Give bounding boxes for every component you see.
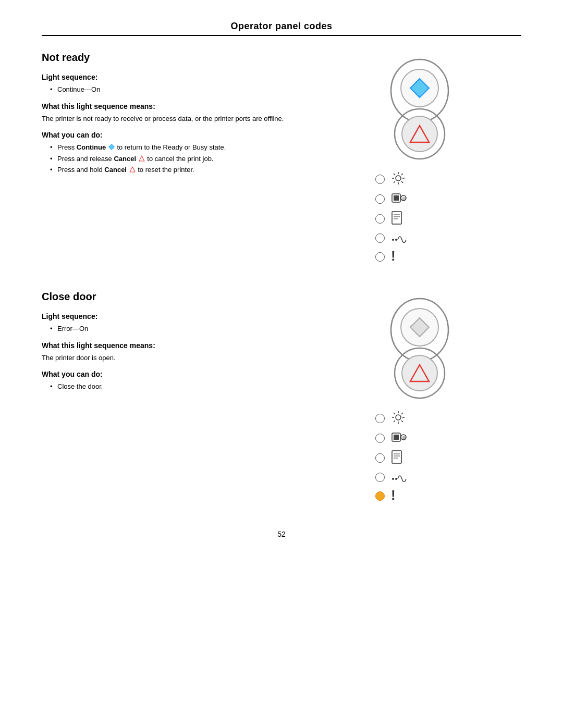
- svg-point-9: [396, 176, 401, 181]
- svg-text:!: !: [391, 488, 396, 502]
- section-left-not-ready: Not readyLight sequence:Continue—OnWhat …: [42, 52, 375, 265]
- svg-point-27: [395, 239, 397, 241]
- light-circle-not-ready-4: [375, 252, 385, 262]
- lights-panel-close-door: ◎ !: [375, 410, 408, 504]
- panel-diagram-close-door: [375, 296, 459, 402]
- light-icon-wave-not-ready: [391, 231, 408, 245]
- svg-text:◎: ◎: [402, 435, 406, 440]
- what-can-do-item-not-ready-2: Press and hold Cancel to reset the print…: [50, 165, 354, 175]
- page-number: 52: [42, 530, 521, 538]
- what-can-do-label-close-door: What you can do:: [42, 370, 354, 378]
- light-icon-page-not-ready: [391, 211, 408, 227]
- light-circle-close-door-4: [375, 491, 385, 501]
- light-row-not-ready-2: [375, 211, 408, 227]
- light-icon-toner-not-ready: ◎: [391, 192, 408, 206]
- lights-panel-not-ready: ◎ !: [375, 171, 408, 265]
- light-icon-toner-close-door: ◎: [391, 431, 408, 446]
- svg-line-43: [394, 421, 395, 422]
- what-can-do-item-close-door-0: Close the door.: [50, 381, 354, 392]
- svg-marker-2: [130, 167, 135, 172]
- svg-line-42: [401, 413, 403, 414]
- svg-point-7: [402, 116, 437, 152]
- what-means-label-not-ready: What this light sequence means:: [42, 102, 354, 110]
- light-sequence-label-close-door: Light sequence:: [42, 312, 354, 320]
- what-can-do-item-not-ready-1: Press and release Cancel to cancel the p…: [50, 154, 354, 164]
- light-icon-error-close-door: !: [391, 488, 408, 504]
- light-circle-close-door-2: [375, 453, 385, 463]
- svg-line-15: [401, 181, 403, 183]
- light-icon-sun-close-door: [391, 410, 408, 427]
- title-rule: [42, 35, 521, 36]
- svg-rect-19: [394, 195, 399, 201]
- what-means-text-not-ready: The printer is not ready to receive or p…: [42, 114, 354, 124]
- light-icon-sun-not-ready: [391, 171, 408, 188]
- light-row-not-ready-1: ◎: [375, 192, 408, 206]
- light-sequence-label-not-ready: Light sequence:: [42, 73, 354, 81]
- svg-text:◎: ◎: [402, 196, 406, 201]
- svg-line-41: [401, 421, 403, 422]
- svg-rect-22: [392, 212, 401, 224]
- section-close-door: Close doorLight sequence:Error—OnWhat th…: [42, 291, 521, 504]
- svg-line-16: [401, 174, 403, 175]
- section-left-close-door: Close doorLight sequence:Error—OnWhat th…: [42, 291, 375, 504]
- svg-point-35: [396, 415, 401, 420]
- what-can-do-item-not-ready-0: Press Continue to return to the Ready or…: [50, 142, 354, 153]
- what-means-text-close-door: The printer door is open.: [42, 353, 354, 363]
- light-row-close-door-1: ◎: [375, 431, 408, 446]
- light-row-not-ready-0: [375, 171, 408, 188]
- svg-point-53: [395, 478, 397, 480]
- light-circle-close-door-3: [375, 473, 385, 482]
- page: Operator panel codes Not readyLight sequ…: [0, 0, 563, 728]
- page-title: Operator panel codes: [42, 21, 521, 32]
- light-row-not-ready-4: !: [375, 249, 408, 265]
- svg-line-17: [394, 181, 395, 183]
- what-means-label-close-door: What this light sequence means:: [42, 341, 354, 350]
- light-icon-page-close-door: [391, 450, 408, 466]
- section-not-ready: Not readyLight sequence:Continue—OnWhat …: [42, 52, 521, 265]
- svg-rect-48: [392, 451, 401, 463]
- light-sequence-item: Continue—On: [50, 84, 354, 95]
- svg-point-33: [402, 355, 437, 391]
- light-circle-close-door-0: [375, 414, 385, 423]
- svg-line-40: [394, 413, 395, 414]
- svg-point-26: [392, 239, 394, 241]
- light-row-close-door-2: [375, 450, 408, 466]
- svg-line-14: [394, 174, 395, 175]
- panel-diagram-not-ready: [375, 57, 459, 163]
- section-right-close-door: ◎ !: [375, 291, 521, 504]
- svg-marker-1: [139, 156, 144, 161]
- light-icon-error-not-ready: !: [391, 249, 408, 265]
- light-circle-not-ready-0: [375, 175, 385, 184]
- light-circle-not-ready-3: [375, 233, 385, 243]
- svg-point-52: [392, 478, 394, 480]
- light-row-close-door-3: [375, 471, 408, 484]
- svg-rect-45: [394, 435, 399, 440]
- light-icon-wave-close-door: [391, 471, 408, 484]
- light-circle-not-ready-2: [375, 214, 385, 224]
- light-row-not-ready-3: [375, 231, 408, 245]
- light-row-close-door-4: !: [375, 488, 408, 504]
- section-heading-not-ready: Not ready: [42, 52, 354, 64]
- light-circle-close-door-1: [375, 434, 385, 443]
- light-sequence-item: Error—On: [50, 324, 354, 334]
- light-circle-not-ready-1: [375, 194, 385, 204]
- light-row-close-door-0: [375, 410, 408, 427]
- svg-marker-0: [108, 144, 114, 150]
- section-heading-close-door: Close door: [42, 291, 354, 303]
- what-can-do-label-not-ready: What you can do:: [42, 131, 354, 139]
- section-right-not-ready: ◎ !: [375, 52, 521, 265]
- svg-text:!: !: [391, 249, 396, 263]
- sections-container: Not readyLight sequence:Continue—OnWhat …: [42, 52, 521, 504]
